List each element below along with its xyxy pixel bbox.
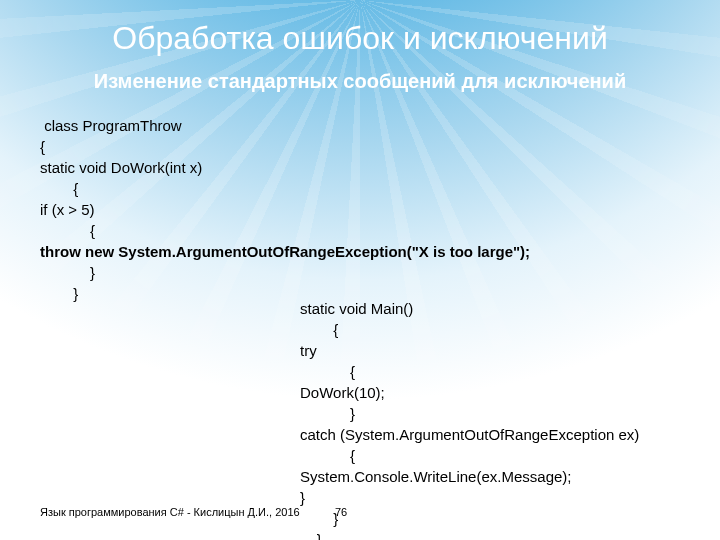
code-line: { — [300, 321, 338, 338]
code-line: } — [300, 405, 355, 422]
code-line: System.Console.WriteLine(ex.Message); — [300, 468, 572, 485]
code-line: DoWork(10); — [300, 384, 385, 401]
code-line: static void Main() — [300, 300, 413, 317]
slide-title: Обработка ошибок и исключений — [0, 20, 720, 57]
code-line: { — [300, 447, 355, 464]
code-line: } — [40, 264, 95, 281]
code-block-left: class ProgramThrow { static void DoWork(… — [40, 115, 600, 304]
code-line: if (x > 5) — [40, 201, 95, 218]
footer-text: Язык программирования C# - Кислицын Д.И.… — [40, 506, 300, 518]
code-line: } — [300, 510, 338, 527]
code-line: { — [300, 363, 355, 380]
code-block-right: static void Main() { try { DoWork(10); }… — [300, 298, 700, 540]
code-line: { — [40, 138, 45, 155]
code-line: { — [40, 222, 95, 239]
code-line: } — [300, 531, 322, 540]
code-line: try — [300, 342, 317, 359]
code-line: catch (System.ArgumentOutOfRangeExceptio… — [300, 426, 639, 443]
code-line: { — [40, 180, 78, 197]
slide: Обработка ошибок и исключений Изменение … — [0, 0, 720, 540]
slide-subtitle: Изменение стандартных сообщений для искл… — [0, 70, 720, 93]
code-line: } — [40, 285, 78, 302]
code-line-bold: throw new System.ArgumentOutOfRangeExcep… — [40, 243, 530, 260]
code-line: class ProgramThrow — [40, 117, 182, 134]
code-line: } — [300, 489, 305, 506]
page-number: 76 — [335, 506, 347, 518]
code-line: static void DoWork(int x) — [40, 159, 202, 176]
